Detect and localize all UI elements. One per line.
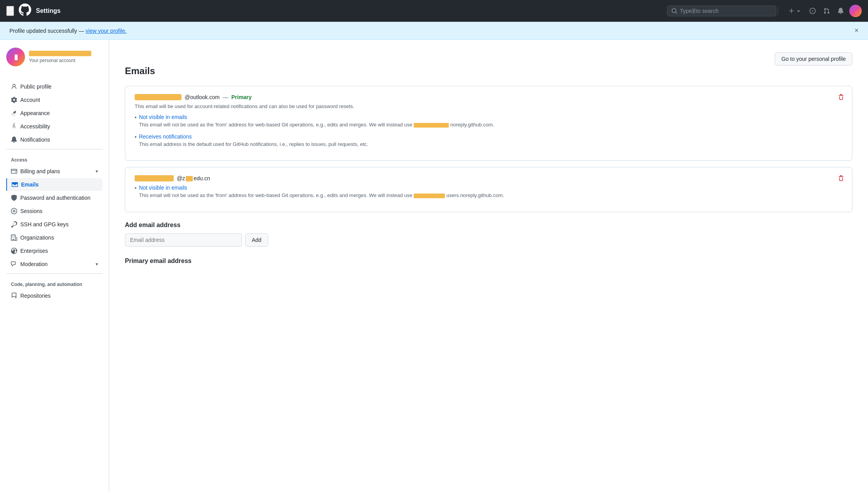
search-bar[interactable]: Type / to search	[667, 5, 776, 16]
person-icon	[11, 83, 17, 90]
ssh-gpg-label: SSH and GPG keys	[20, 221, 69, 227]
access-section-label: Access	[6, 153, 103, 165]
sidebar-item-billing[interactable]: Billing and plans ▾	[6, 165, 103, 178]
github-logo-icon	[19, 4, 31, 18]
sidebar-item-account[interactable]: Account	[6, 94, 103, 106]
email-card-1: @outlook.com — Primary This email will b…	[125, 86, 852, 161]
bullet-dot: •	[135, 114, 137, 121]
top-navigation: ☰ Settings Type / to search	[0, 0, 868, 22]
search-kbd: /	[692, 8, 696, 14]
organizations-label: Organizations	[20, 234, 54, 241]
sidebar-item-ssh-gpg[interactable]: SSH and GPG keys	[6, 218, 103, 231]
sidebar-item-notifications[interactable]: Notifications	[6, 133, 103, 146]
main-content: Go to your personal profile Emails @outl…	[109, 40, 868, 492]
emails-label: Emails	[21, 181, 39, 188]
sidebar-profile-info: Your personal account	[29, 51, 91, 63]
comment-icon	[11, 261, 17, 267]
primary-email-title: Primary email address	[125, 258, 852, 265]
email-2-redacted-part	[135, 175, 174, 181]
banner-close-button[interactable]: ×	[854, 27, 859, 35]
billing-label: Billing and plans	[20, 168, 60, 174]
sidebar-account-label: Your personal account	[29, 58, 91, 63]
org-icon	[11, 234, 17, 241]
receives-notifications-title: Receives notifications	[139, 133, 368, 140]
receives-notifications-desc: This email address is the default used f…	[139, 140, 368, 148]
sidebar-item-repositories[interactable]: Repositories	[6, 290, 103, 302]
search-icon	[671, 8, 678, 14]
sidebar-item-password[interactable]: Password and authentication	[6, 192, 103, 204]
sidebar-item-label: Accessibility	[20, 123, 50, 130]
email-1-separator: —	[223, 94, 228, 100]
sidebar-item-label: Account	[20, 97, 40, 103]
credit-card-icon	[11, 168, 17, 174]
code-section-label: Code, planning, and automation	[6, 277, 103, 290]
sidebar-item-moderation[interactable]: Moderation ▾	[6, 258, 103, 270]
issues-button[interactable]	[807, 6, 818, 16]
email-2-header: @zedu.cn	[135, 175, 843, 181]
bell-icon	[11, 137, 17, 143]
notifications-button[interactable]	[835, 6, 846, 16]
email-card-2: @zedu.cn • Not visible in emails This em…	[125, 167, 852, 212]
bullet-dot-2: •	[135, 134, 137, 140]
page-title: Emails	[125, 66, 852, 76]
go-to-profile-button[interactable]: Go to your personal profile	[775, 52, 852, 66]
sidebar-item-sessions[interactable]: Sessions	[6, 205, 103, 217]
sidebar-avatar: ▮	[6, 48, 25, 66]
chevron-down-icon: ▾	[96, 169, 98, 174]
email-1-bullets: • Not visible in emails This email will …	[135, 114, 843, 148]
globe-icon	[11, 248, 17, 254]
bullet-dot-3: •	[135, 185, 137, 191]
repositories-label: Repositories	[20, 293, 51, 299]
nav-actions: ▮	[786, 5, 862, 17]
sidebar-item-organizations[interactable]: Organizations	[6, 231, 103, 244]
repo-icon	[11, 293, 17, 299]
radio-icon	[11, 208, 17, 214]
email-1-bullet-1: • Not visible in emails This email will …	[135, 114, 843, 129]
success-banner: Profile updated successfully — view your…	[0, 22, 868, 40]
not-visible-desc-1: This email will not be used as the 'from…	[139, 121, 494, 129]
chevron-down-icon-2: ▾	[96, 261, 98, 267]
search-to-text: to search	[696, 8, 719, 14]
add-email-title: Add email address	[125, 222, 852, 229]
sidebar-profile: ▮ Your personal account	[6, 48, 103, 73]
email-1-description: This email will be used for account-rela…	[135, 103, 843, 109]
key-icon	[11, 221, 17, 227]
sidebar-item-label: Appearance	[20, 110, 50, 116]
hamburger-menu-button[interactable]: ☰	[6, 6, 14, 16]
email-2-domain: @zedu.cn	[177, 175, 210, 181]
add-email-row: Add	[125, 233, 852, 247]
shield-icon	[11, 195, 17, 201]
password-label: Password and authentication	[20, 195, 91, 201]
not-visible-desc-2: This email will not be used as the 'from…	[139, 192, 504, 199]
paintbrush-icon	[11, 110, 17, 116]
email-1-domain: @outlook.com	[185, 94, 220, 100]
email-2-bullet-1: • Not visible in emails This email will …	[135, 185, 843, 199]
nav-divider	[778, 6, 778, 16]
enterprises-label: Enterprises	[20, 248, 48, 254]
not-visible-title-1: Not visible in emails	[139, 114, 494, 120]
delete-email-2-button[interactable]	[836, 174, 846, 185]
email-1-bullet-2: • Receives notifications This email addr…	[135, 133, 843, 148]
sidebar-item-accessibility[interactable]: Accessibility	[6, 120, 103, 133]
pull-requests-button[interactable]	[821, 6, 832, 16]
sidebar-item-label: Notifications	[20, 137, 50, 143]
sidebar-divider-1	[6, 149, 103, 149]
sidebar-item-public-profile[interactable]: Public profile	[6, 80, 103, 93]
sidebar-username-redacted	[29, 51, 91, 56]
add-email-button[interactable]: Add	[245, 233, 268, 247]
delete-email-1-button[interactable]	[836, 92, 846, 104]
email-address-input[interactable]	[125, 233, 242, 247]
create-button[interactable]	[786, 6, 804, 16]
page-title-nav: Settings	[36, 7, 60, 14]
user-avatar[interactable]: ▮	[849, 5, 862, 17]
search-text: Type	[680, 8, 692, 14]
sidebar-item-appearance[interactable]: Appearance	[6, 107, 103, 119]
noreply-redacted-1	[414, 123, 449, 128]
email-1-header: @outlook.com — Primary	[135, 94, 843, 100]
view-profile-link[interactable]: view your profile.	[85, 28, 126, 34]
sidebar-item-emails[interactable]: Emails	[6, 178, 103, 191]
banner-message: Profile updated successfully — view your…	[9, 28, 126, 34]
settings-sidebar: ▮ Your personal account Public profile A…	[0, 40, 109, 492]
sidebar-item-enterprises[interactable]: Enterprises	[6, 245, 103, 257]
add-email-section: Add email address Add	[125, 222, 852, 247]
